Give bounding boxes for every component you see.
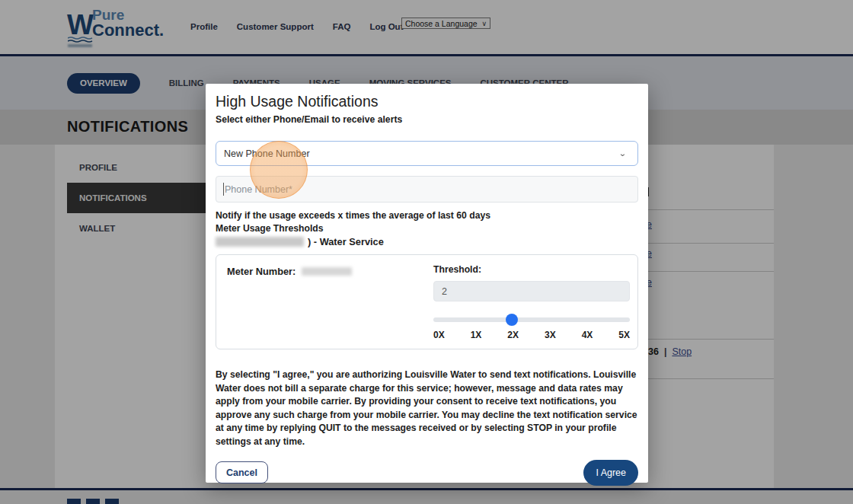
app-screen: W Pure Connect. Profile Customer Support… bbox=[0, 0, 853, 504]
i-agree-button[interactable]: I Agree bbox=[583, 460, 638, 486]
service-label: ) - Water Service bbox=[308, 236, 384, 247]
tick-2x: 2X bbox=[507, 330, 519, 340]
tick-4x: 4X bbox=[582, 330, 593, 340]
threshold-controls: Threshold: 2 0X 1X 2X 3X 4X 5X bbox=[433, 264, 630, 340]
slider-tick-labels: 0X 1X 2X 3X 4X 5X bbox=[433, 330, 630, 340]
service-address-line: ) - Water Service bbox=[216, 236, 638, 247]
tick-3x: 3X bbox=[545, 330, 556, 340]
threshold-value-field: 2 bbox=[433, 281, 630, 301]
meter-threshold-card: Meter Number: Threshold: 2 0X 1X 2X 3X 4… bbox=[216, 254, 638, 349]
legal-agree-quote: "I agree," bbox=[273, 369, 314, 380]
thresholds-heading: Meter Usage Thresholds bbox=[216, 222, 638, 235]
contact-method-value: New Phone Number bbox=[224, 148, 310, 159]
legal-suffix: you are authorizing Louisville Water to … bbox=[216, 369, 637, 447]
modal-actions: Cancel I Agree bbox=[216, 460, 638, 486]
meter-number-row: Meter Number: bbox=[227, 266, 352, 277]
contact-method-select[interactable]: New Phone Number ⌄ bbox=[216, 141, 638, 166]
phone-number-input[interactable]: Phone Number* bbox=[216, 176, 638, 203]
notify-description: Notify if the usage exceeds x times the … bbox=[216, 209, 638, 222]
threshold-label: Threshold: bbox=[433, 264, 630, 275]
tick-0x: 0X bbox=[433, 330, 445, 340]
meter-number-label: Meter Number: bbox=[227, 266, 296, 277]
text-caret bbox=[223, 183, 224, 196]
redacted-meter-number bbox=[302, 267, 352, 276]
consent-legal-text: By selecting "I agree," you are authoriz… bbox=[216, 368, 638, 449]
modal-subtitle: Select either Phone/Email to receive ale… bbox=[216, 114, 638, 125]
tick-5x: 5X bbox=[618, 330, 630, 340]
slider-thumb[interactable] bbox=[506, 314, 518, 326]
phone-input-placeholder: Phone Number* bbox=[225, 184, 292, 195]
redacted-address bbox=[216, 237, 304, 247]
tick-1x: 1X bbox=[471, 330, 482, 340]
chevron-down-icon: ⌄ bbox=[618, 149, 627, 158]
high-usage-notifications-modal: High Usage Notifications Select either P… bbox=[206, 84, 648, 483]
legal-prefix: By selecting bbox=[216, 369, 273, 380]
threshold-slider[interactable] bbox=[433, 317, 630, 322]
modal-title: High Usage Notifications bbox=[216, 93, 638, 110]
cancel-button[interactable]: Cancel bbox=[216, 461, 268, 483]
